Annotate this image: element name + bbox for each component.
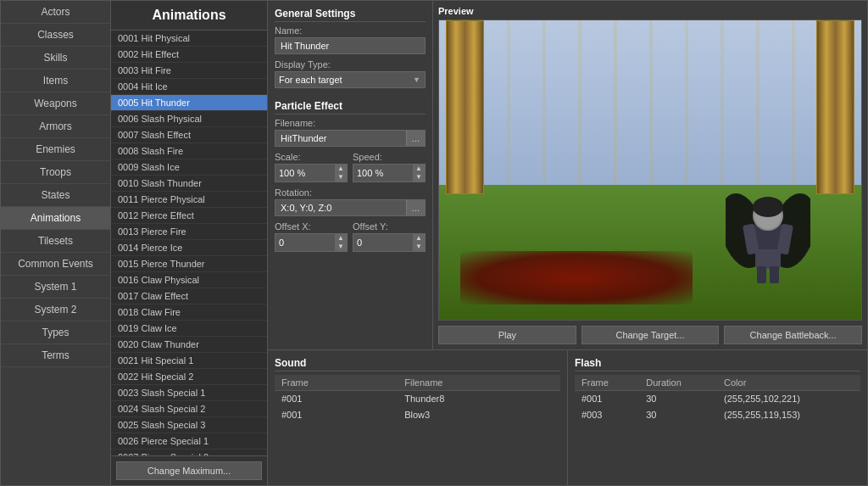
offset-y-col: Offset Y: ▲ ▼ — [353, 221, 426, 252]
sidebar-item-system1[interactable]: System 1 — [1, 276, 110, 299]
sound-frame: #001 — [275, 407, 398, 423]
sound-filename: Thunder8 — [398, 391, 560, 407]
sidebar-item-actors[interactable]: Actors — [1, 1, 110, 24]
sidebar-item-weapons[interactable]: Weapons — [1, 92, 110, 115]
offset-y-value[interactable] — [353, 236, 413, 249]
sidebar-item-common-events[interactable]: Common Events — [1, 253, 110, 276]
sound-table-header-row: Frame Filename — [275, 375, 560, 391]
sidebar-item-classes[interactable]: Classes — [1, 24, 110, 47]
filename-dots-button[interactable]: ... — [406, 131, 425, 146]
sidebar-item-states[interactable]: States — [1, 184, 110, 207]
filename-input-wrapper: ... — [275, 130, 426, 147]
list-item[interactable]: 0003 Hit Fire — [111, 63, 267, 79]
list-item[interactable]: 0026 Pierce Special 1 — [111, 433, 267, 450]
sidebar-item-items[interactable]: Items — [1, 70, 110, 92]
list-item[interactable]: 0005 Hit Thunder — [111, 95, 267, 111]
list-item[interactable]: 0002 Hit Effect — [111, 47, 267, 63]
list-item[interactable]: 0020 Claw Thunder — [111, 337, 267, 353]
offset-x-down-button[interactable]: ▼ — [335, 243, 347, 251]
flash-table-row[interactable]: #00330(255,255,119,153) — [575, 407, 860, 423]
rotation-input[interactable] — [275, 200, 406, 215]
list-item[interactable]: 0014 Pierce Ice — [111, 240, 267, 256]
offset-x-up-button[interactable]: ▲ — [335, 234, 347, 243]
scale-up-button[interactable]: ▲ — [335, 165, 347, 173]
list-item[interactable]: 0012 Pierce Effect — [111, 208, 267, 224]
sound-table-row[interactable]: #001Blow3 — [275, 407, 560, 423]
preview-panel: Preview — [433, 1, 867, 349]
list-item[interactable]: 0018 Claw Fire — [111, 304, 267, 321]
speed-down-button[interactable]: ▼ — [413, 173, 425, 182]
preview-column-right — [816, 20, 854, 194]
scale-spinners: ▲ ▼ — [335, 165, 347, 182]
list-item[interactable]: 0008 Slash Fire — [111, 143, 267, 159]
sidebar-item-tilesets[interactable]: Tilesets — [1, 230, 110, 253]
particle-effect-section: Particle Effect Filename: ... Scale: — [275, 100, 426, 252]
change-target-button[interactable]: Change Target... — [581, 326, 720, 344]
sidebar-item-troops[interactable]: Troops — [1, 161, 110, 184]
sidebar-item-armors[interactable]: Armors — [1, 115, 110, 138]
list-scroll[interactable]: 0001 Hit Physical0002 Hit Effect0003 Hit… — [111, 31, 267, 455]
flash-table: Frame Duration Color #00130(255,255,102,… — [575, 375, 860, 423]
list-item[interactable]: 0013 Pierce Fire — [111, 224, 267, 240]
offset-x-col: Offset X: ▲ ▼ — [275, 221, 348, 252]
sidebar-item-enemies[interactable]: Enemies — [1, 138, 110, 161]
general-settings-section: General Settings Name: Display Type: For… — [275, 8, 426, 88]
scale-value[interactable] — [275, 166, 335, 180]
list-item[interactable]: 0022 Hit Special 2 — [111, 369, 267, 385]
change-battleback-button[interactable]: Change Battleback... — [724, 326, 862, 344]
offset-y-down-button[interactable]: ▼ — [413, 243, 425, 251]
sidebar-item-terms[interactable]: Terms — [1, 344, 110, 367]
list-item[interactable]: 0025 Slash Special 3 — [111, 417, 267, 433]
flash-duration: 30 — [639, 407, 717, 423]
list-item[interactable]: 0027 Pierce Special 2 — [111, 450, 267, 455]
name-input[interactable] — [275, 37, 426, 54]
sound-table-row[interactable]: #001Thunder8 — [275, 391, 560, 407]
list-item[interactable]: 0016 Claw Physical — [111, 272, 267, 288]
speed-spinners: ▲ ▼ — [413, 165, 425, 182]
list-item[interactable]: 0010 Slash Thunder — [111, 176, 267, 192]
flash-col-duration: Duration — [639, 375, 717, 391]
list-item[interactable]: 0019 Claw Ice — [111, 321, 267, 337]
list-item[interactable]: 0004 Hit Ice — [111, 79, 267, 95]
scale-input: ▲ ▼ — [275, 164, 348, 182]
offset-y-up-button[interactable]: ▲ — [413, 234, 425, 243]
svg-rect-7 — [757, 266, 766, 283]
sound-table: Frame Filename #001Thunder8#001Blow3 — [275, 375, 560, 423]
speed-label: Speed: — [353, 152, 426, 162]
speed-value[interactable] — [353, 166, 413, 180]
scale-down-button[interactable]: ▼ — [335, 173, 347, 182]
filename-input[interactable] — [275, 131, 406, 146]
list-item[interactable]: 0011 Pierce Physical — [111, 192, 267, 208]
flash-table-row[interactable]: #00130(255,255,102,221) — [575, 391, 860, 407]
flash-frame: #003 — [575, 407, 639, 423]
list-item[interactable]: 0009 Slash Ice — [111, 159, 267, 176]
flash-header: Flash — [575, 357, 860, 371]
display-type-select[interactable]: For each targetWhole screenFor center — [275, 71, 426, 88]
sidebar-item-skills[interactable]: Skills — [1, 47, 110, 70]
flash-duration: 30 — [639, 391, 717, 407]
filename-label: Filename: — [275, 118, 426, 128]
flash-frame: #001 — [575, 391, 639, 407]
list-item[interactable]: 0024 Slash Special 2 — [111, 401, 267, 417]
flash-panel: Flash Frame Duration Color #00130(255,25… — [568, 350, 867, 485]
sidebar-item-system2[interactable]: System 2 — [1, 299, 110, 321]
list-item[interactable]: 0015 Pierce Thunder — [111, 256, 267, 272]
preview-controls: Play Change Target... Change Battleback.… — [438, 326, 862, 344]
offset-x-value[interactable] — [275, 236, 335, 249]
list-footer: Change Maximum... — [111, 455, 267, 485]
play-button[interactable]: Play — [438, 326, 576, 344]
sidebar-item-types[interactable]: Types — [1, 321, 110, 344]
list-item[interactable]: 0017 Claw Effect — [111, 288, 267, 304]
list-item[interactable]: 0021 Hit Special 1 — [111, 353, 267, 369]
speed-up-button[interactable]: ▲ — [413, 165, 425, 173]
list-item[interactable]: 0023 Slash Special 1 — [111, 385, 267, 401]
sidebar-item-animations[interactable]: Animations — [1, 207, 110, 230]
sound-header: Sound — [275, 357, 560, 371]
change-maximum-button[interactable]: Change Maximum... — [116, 461, 262, 480]
rotation-dots-button[interactable]: ... — [406, 200, 425, 215]
preview-canvas — [438, 20, 862, 321]
flash-color: (255,255,102,221) — [717, 391, 860, 407]
list-item[interactable]: 0001 Hit Physical — [111, 31, 267, 47]
list-item[interactable]: 0007 Slash Effect — [111, 127, 267, 143]
list-item[interactable]: 0006 Slash Physical — [111, 111, 267, 127]
